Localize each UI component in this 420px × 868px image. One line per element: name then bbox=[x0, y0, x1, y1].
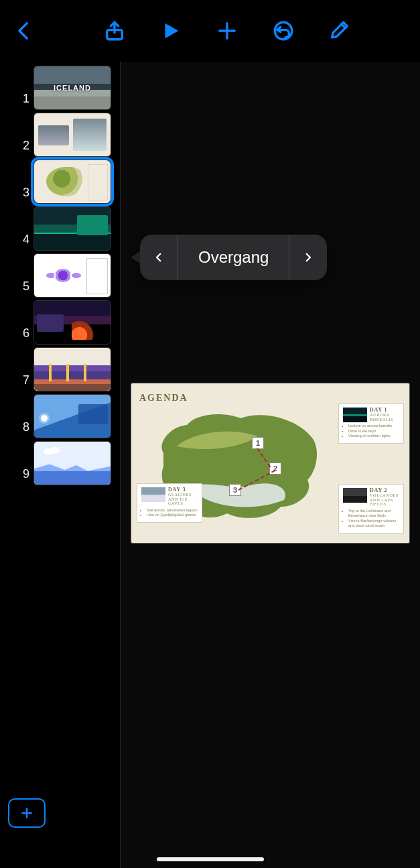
card-item: Drive to Akureyri bbox=[348, 429, 399, 434]
thumbnail-image bbox=[33, 206, 111, 251]
slide-number: 7 bbox=[0, 373, 29, 391]
slide-number: 4 bbox=[0, 233, 29, 251]
slide-thumbnail[interactable]: 4 bbox=[0, 205, 120, 252]
thumbnail-image bbox=[33, 394, 111, 438]
agenda-card-day2: DAY 2 VOLCANOES AND LAVA FIELDS Trip to … bbox=[338, 484, 404, 534]
slide-thumbnail[interactable]: 3 bbox=[0, 158, 120, 205]
thumbnail-image bbox=[33, 300, 111, 345]
svg-point-9 bbox=[399, 29, 402, 33]
popover-transition-label[interactable]: Overgang bbox=[178, 235, 289, 280]
card-item: Visit to Bárðarbunga volcano and black s… bbox=[348, 519, 399, 529]
slide-thumbnail[interactable]: 7 bbox=[0, 346, 120, 393]
slide-number: 9 bbox=[0, 467, 29, 485]
slide-number: 2 bbox=[0, 139, 29, 157]
slide-preview[interactable]: AGENDA 1 2 3 DAY 1 bbox=[131, 383, 409, 543]
undo-button[interactable] bbox=[270, 17, 297, 44]
popover-next-button[interactable] bbox=[289, 235, 327, 280]
card-item: Lecture on aurora borealis bbox=[348, 424, 399, 429]
popover-prev-button[interactable] bbox=[140, 235, 178, 280]
slide-navigator: 123456789 bbox=[0, 62, 121, 868]
thumbnail-image bbox=[33, 113, 111, 157]
agenda-card-day1: DAY 1 AURORA BOREALIS Lecture on aurora … bbox=[338, 404, 404, 444]
slide-number: 3 bbox=[0, 186, 29, 204]
more-button[interactable] bbox=[382, 17, 409, 44]
slide-thumbnail[interactable]: 6 bbox=[0, 299, 120, 346]
svg-point-8 bbox=[395, 29, 398, 33]
svg-marker-2 bbox=[165, 23, 179, 39]
format-brush-button[interactable] bbox=[326, 17, 353, 44]
share-button[interactable] bbox=[101, 17, 128, 44]
slide-title: AGENDA bbox=[139, 393, 401, 404]
map-pin-1: 1 bbox=[252, 437, 264, 449]
card-item: Trip to the Holuhraun and Berserkjaun la… bbox=[348, 509, 399, 519]
thumbnail-image bbox=[33, 66, 111, 110]
slide-thumbnail[interactable]: 1 bbox=[0, 64, 120, 111]
thumbnail-image bbox=[33, 160, 111, 204]
slide-thumbnail[interactable]: 8 bbox=[0, 393, 120, 440]
slide-thumbnail[interactable]: 2 bbox=[0, 111, 120, 158]
toolbar bbox=[0, 0, 420, 62]
thumbnail-image bbox=[33, 253, 111, 298]
slide-number: 5 bbox=[0, 280, 29, 298]
volcano-thumbnail-icon bbox=[343, 488, 367, 503]
slide-number: 8 bbox=[0, 420, 29, 438]
card-item: Sail across Jökulsárlón lagoon bbox=[147, 508, 198, 513]
transition-popover: Overgang bbox=[131, 235, 327, 280]
slide-thumbnail[interactable]: 9 bbox=[0, 440, 120, 487]
slide-canvas[interactable]: AGENDA 1 2 3 DAY 1 bbox=[121, 62, 420, 868]
agenda-card-day3: DAY 3 GLACIERS AND ICE CAVES Sail across… bbox=[137, 483, 202, 523]
aurora-thumbnail-icon bbox=[343, 408, 367, 422]
card-item: Hike on Eyjafjallajökull glacier bbox=[147, 513, 198, 518]
thumbnail-image bbox=[33, 441, 111, 485]
svg-point-7 bbox=[390, 29, 393, 33]
slide-number: 6 bbox=[0, 326, 29, 345]
play-button[interactable] bbox=[157, 17, 184, 44]
slide-thumbnail[interactable]: 5 bbox=[0, 252, 120, 299]
back-button[interactable] bbox=[11, 17, 38, 44]
glacier-thumbnail-icon bbox=[141, 487, 165, 502]
add-slide-button[interactable] bbox=[8, 798, 46, 828]
add-button[interactable] bbox=[214, 17, 240, 44]
card-item: Viewing of northern lights bbox=[348, 434, 399, 439]
home-indicator[interactable] bbox=[157, 857, 264, 861]
slide-number: 1 bbox=[0, 92, 29, 110]
thumbnail-image bbox=[33, 347, 111, 391]
